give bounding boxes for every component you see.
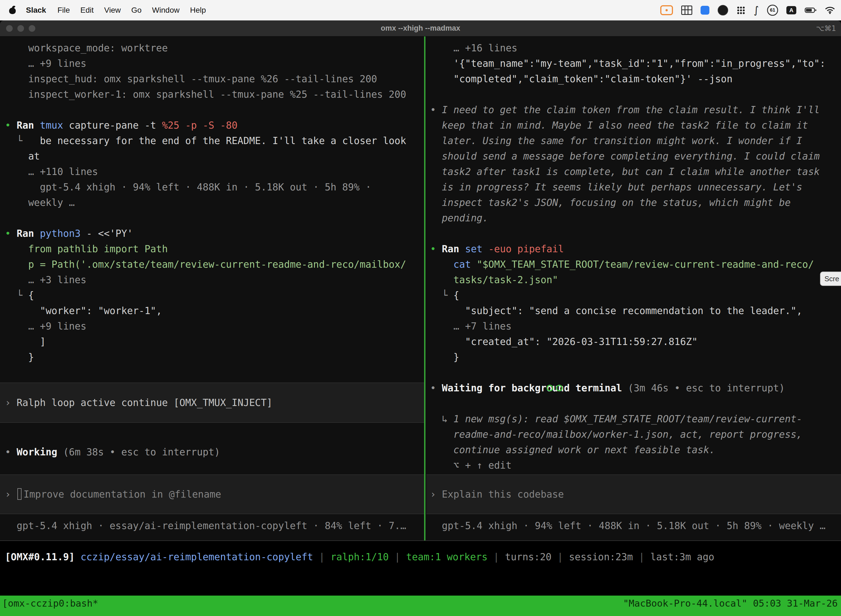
working-status-line: • Working (6m 38s • esc to interrupt) [5,444,220,460]
terminal-line: ↳ 1 new msg(s): read $OMX_TEAM_STATE_ROO… [430,411,841,427]
terminal-line: "subject": "send a concise recommendatio… [430,303,841,318]
terminal-line: task2 after task1 is complete, but can I… [430,164,841,179]
grid-app-icon[interactable] [681,6,692,15]
dots-grid-core [737,7,739,9]
prompt-chevron: › [5,489,16,500]
window-shortcut-hint: ⌥⌘1 [816,24,836,32]
terminal-line: "completed","claim_token":"claim-token"}… [430,71,841,87]
terminal-line: should send a message before completing … [430,148,841,164]
terminal-line: • I need to get the claim token from the… [430,102,841,117]
model-status-left: gpt-5.4 xhigh · essay/ai-reimplementatio… [5,518,406,534]
tmux-host-and-time: "MacBook-Pro-44.local" 05:03 31-Mar-26 [623,598,838,616]
tmux-session-name: [omx-cczip0:bash* [2,598,98,616]
menu-view[interactable]: View [99,6,126,15]
terminal-line: from pathlib import Path [5,241,424,257]
tooltip-text: Scre [825,274,839,283]
terminal-line: later. Using the same for transition mig… [430,133,841,148]
terminal-line: └ { [430,287,841,303]
spinner-dot [556,385,563,392]
terminal-line: ⌥ + ↑ edit [430,458,841,473]
screen-recording-icon[interactable] [660,5,673,15]
terminal-line: ] [5,334,424,349]
zoom-button[interactable] [29,25,35,32]
window-title-bar[interactable]: omx --xhigh --madmax ⌥⌘1 [0,21,841,37]
terminal-line: pending. [430,210,841,226]
composer-left[interactable]: › Improve documentation in @filename [0,474,424,514]
terminal-line: └ { [5,287,424,303]
menu-bar-status-icons: ∫ 61 A [660,5,841,16]
terminal-line [430,87,841,102]
composer-placeholder: Improve documentation in @filename [23,489,221,500]
menu-app-name[interactable]: Slack [20,6,52,15]
close-button[interactable] [6,25,13,32]
prompt-chevron: › [430,489,442,500]
terminal-line [430,365,841,380]
terminal-line: p = Path('.omx/state/team/review-current… [5,257,424,272]
menu-bar-left: Slack File Edit View Go Window Help [0,6,211,15]
terminal-line: … +3 lines [5,272,424,287]
menu-go[interactable]: Go [126,6,147,15]
terminal-line: inspect_worker-1: omx sparkshell --tmux-… [5,87,424,102]
injected-prompt-label: Ralph loop active continue [OMX_TMUX_INJ… [16,397,273,408]
terminal-line: … +9 lines [5,318,424,334]
menu-file[interactable]: File [52,6,75,15]
tmux-pane-divider[interactable] [424,37,425,540]
window-controls [6,25,35,32]
terminal-line: tasks/task-2.json" [430,272,841,287]
menu-bar: Slack File Edit View Go Window Help ∫ 61… [0,0,841,21]
window-title: omx --xhigh --madmax [381,24,460,32]
composer-right[interactable]: › Explain this codebase [426,474,841,514]
terminal-line: } [5,349,424,365]
terminal-output-right: … +16 lines '{"team_name":"my-team","tas… [430,40,841,473]
terminal-line: • Ran python3 - <<'PY' [5,226,424,241]
battery-icon[interactable] [804,7,817,13]
terminal-line: is in progress? It seems likely but perh… [430,179,841,195]
dark-app-icon[interactable] [718,5,728,15]
terminal-line: keep that in mind. Maybe I also need the… [430,117,841,133]
terminal-line [5,102,424,117]
injected-prompt-text: › Ralph loop active continue [OMX_TMUX_I… [0,395,273,411]
squiggle-app-icon[interactable]: ∫ [753,6,759,14]
minimize-button[interactable] [18,25,24,32]
terminal-line: at [5,148,424,164]
tmux-pane-right[interactable]: … +16 lines '{"team_name":"my-team","tas… [426,37,841,540]
battery-percent-value: 61 [770,7,775,13]
terminal-line: • Ran set -euo pipefail [430,241,841,257]
terminal-line: … +110 lines [5,164,424,179]
terminal-line: inspect_hud: omx sparkshell --tmux-pane … [5,71,424,87]
blue-app-icon[interactable] [700,6,709,15]
terminal-line [430,226,841,241]
text-cursor [18,488,22,500]
menu-edit[interactable]: Edit [75,6,99,15]
terminal-line: '{"team_name":"my-team","task_id":"1","f… [430,56,841,71]
menu-window[interactable]: Window [147,6,185,15]
terminal-line: "worker": "worker-1", [5,303,424,318]
tmux-pane-left[interactable]: workspace_mode: worktree … +9 lines insp… [0,37,424,540]
menu-help[interactable]: Help [185,6,211,15]
tmux-status-bar: [omx-cczip0:bash* "MacBook-Pro-44.local"… [0,595,841,616]
terminal-line: } [430,349,841,365]
terminal-line: cat "$OMX_TEAM_STATE_ROOT/team/review-cu… [430,257,841,272]
input-source-icon[interactable]: A [786,6,796,14]
apple-menu-icon[interactable] [9,6,16,14]
omx-status-line: [OMX#0.11.9] cczip/essay/ai-reimplementa… [5,549,714,565]
composer-placeholder: Explain this codebase [442,489,564,500]
terminal-line: continue assigned work or next feasible … [430,442,841,458]
terminal-line: gpt-5.4 xhigh · 94% left · 488K in · 5.1… [5,179,424,195]
spinner-dot [547,385,553,392]
battery-percent-icon[interactable]: 61 [767,5,778,16]
prompt-chevron: › [5,397,16,408]
injected-prompt-row[interactable]: › Ralph loop active continue [OMX_TMUX_I… [0,383,424,423]
terminal-output-left: workspace_mode: worktree … +9 lines insp… [5,40,424,365]
terminal-line: weekly … [5,195,424,210]
dots-grid-icon[interactable] [736,6,745,15]
terminal-line: workspace_mode: worktree [5,40,424,56]
terminal-line: … +7 lines [430,318,841,334]
wifi-icon[interactable] [825,7,835,14]
composer-right-text: › Explain this codebase [426,487,564,502]
terminal-line: • Ran tmux capture-pane -t %25 -p -S -80 [5,117,424,133]
terminal-line: • Waiting for background terminal (3m 46… [430,380,841,396]
model-status-right: gpt-5.4 xhigh · 94% left · 488K in · 5.1… [430,518,826,534]
terminal-line: inspect task2's JSON, focusing on the st… [430,195,841,210]
tooltip: Scre [820,271,841,286]
